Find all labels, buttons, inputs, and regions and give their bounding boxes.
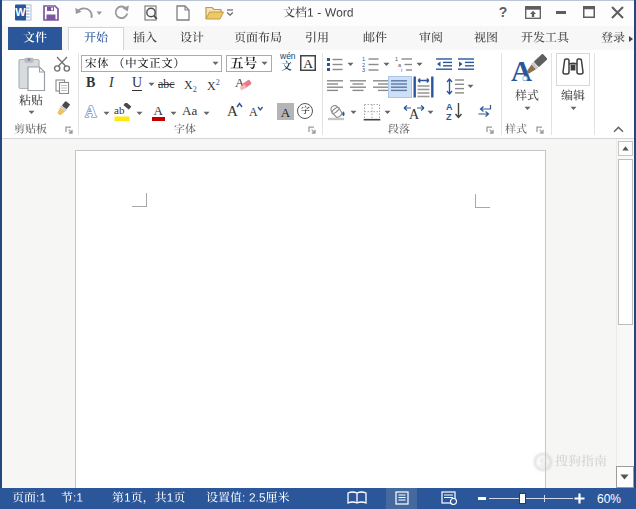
svg-text:i: i	[401, 67, 402, 72]
svg-text:W: W	[15, 7, 26, 19]
svg-text:A: A	[409, 107, 420, 122]
svg-text:A: A	[281, 105, 291, 120]
svg-text:ab: ab	[114, 104, 125, 116]
svg-text:S: S	[539, 455, 548, 470]
svg-text:A: A	[249, 105, 258, 119]
svg-text:A: A	[303, 56, 313, 71]
svg-text:Z: Z	[446, 112, 452, 121]
svg-text:A: A	[85, 103, 97, 120]
svg-text:A: A	[154, 103, 164, 118]
svg-text:A: A	[227, 103, 238, 119]
svg-text:A: A	[446, 102, 453, 112]
svg-text:3: 3	[362, 67, 365, 72]
